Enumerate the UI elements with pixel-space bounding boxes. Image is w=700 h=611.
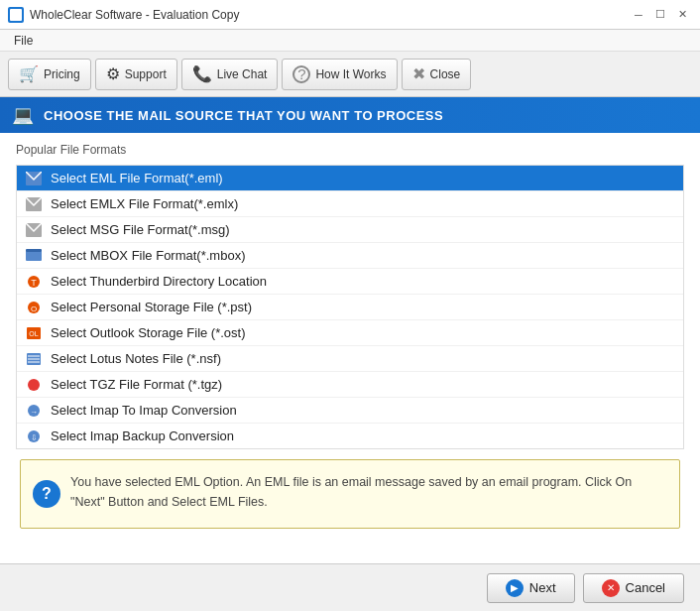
lotus-icon	[25, 352, 43, 366]
list-item-label: Select Thunderbird Directory Location	[51, 274, 267, 289]
pst-icon: O	[25, 301, 43, 314]
list-item[interactable]: OL Select Outlook Storage File (*.ost)	[17, 320, 683, 346]
menu-bar: File	[0, 30, 700, 52]
how-it-works-label: How It Works	[315, 67, 386, 81]
toolbar: 🛒 Pricing ⚙ Support 📞 Live Chat ? How It…	[0, 52, 700, 97]
live-chat-button[interactable]: 📞 Live Chat	[181, 59, 279, 90]
window-title: WholeClear Software - Evaluation Copy	[30, 8, 239, 22]
tgz-icon	[25, 378, 43, 392]
footer: ▶ Next ✕ Cancel	[0, 563, 700, 611]
cancel-button[interactable]: ✕ Cancel	[583, 573, 684, 603]
list-item[interactable]: → Select Imap To Imap Conversion	[17, 398, 683, 424]
info-text: You have selected EML Option. An EML fil…	[70, 475, 632, 509]
pricing-label: Pricing	[44, 67, 80, 81]
list-item[interactable]: Select MBOX File Format(*.mbox)	[17, 243, 683, 269]
msg-icon	[25, 223, 43, 237]
banner-text: CHOOSE THE MAIL SOURCE THAT YOU WANT TO …	[44, 108, 443, 123]
header-banner: 💻 CHOOSE THE MAIL SOURCE THAT YOU WANT T…	[0, 97, 700, 133]
list-item-label: Select EMLX File Format(*.emlx)	[51, 196, 238, 211]
next-button[interactable]: ▶ Next	[487, 573, 575, 603]
minimize-button[interactable]: ─	[629, 5, 648, 25]
list-item-label: Select Outlook Storage File (*.ost)	[51, 325, 246, 340]
imap-conv-icon: →	[25, 404, 43, 418]
list-item[interactable]: T Select Thunderbird Directory Location	[17, 269, 683, 295]
svg-text:OL: OL	[29, 330, 38, 337]
support-icon: ⚙	[106, 64, 120, 83]
pricing-button[interactable]: 🛒 Pricing	[8, 59, 91, 90]
eml-icon	[25, 172, 43, 185]
list-item[interactable]: Select TGZ File Format (*.tgz)	[17, 372, 683, 398]
maximize-button[interactable]: ☐	[650, 5, 670, 25]
cancel-icon: ✕	[602, 579, 620, 597]
svg-rect-4	[26, 251, 42, 261]
mbox-icon	[25, 249, 43, 263]
cancel-label: Cancel	[626, 580, 665, 595]
menu-file[interactable]: File	[6, 32, 41, 50]
list-item-label: Select MSG File Format(*.msg)	[51, 222, 230, 237]
imap-backup-icon: ⇩	[25, 429, 43, 443]
support-button[interactable]: ⚙ Support	[95, 59, 177, 90]
list-item[interactable]: O Select Personal Storage File (*.pst)	[17, 295, 683, 320]
live-chat-label: Live Chat	[217, 67, 268, 81]
thunderbird-icon: T	[25, 275, 43, 289]
section-title: Popular File Formats	[16, 143, 684, 157]
list-item-label: Select Imap To Imap Conversion	[51, 403, 237, 418]
info-icon: ?	[33, 480, 60, 508]
list-item[interactable]: Select EML File Format(*.eml)	[17, 166, 683, 191]
svg-rect-5	[26, 249, 42, 252]
main-content: Popular File Formats Select EML File For…	[0, 133, 700, 563]
close-app-button[interactable]: ✖ Close	[402, 59, 472, 90]
cart-icon: 🛒	[19, 64, 39, 83]
svg-text:O: O	[31, 305, 37, 313]
emlx-icon	[25, 197, 43, 211]
close-icon: ✖	[412, 64, 425, 83]
list-item-label: Select Personal Storage File (*.pst)	[51, 300, 252, 314]
info-box: ? You have selected EML Option. An EML f…	[20, 459, 680, 529]
list-item[interactable]: Select Lotus Notes File (*.nsf)	[17, 346, 683, 372]
banner-icon: 💻	[12, 104, 34, 126]
close-label: Close	[430, 67, 461, 81]
next-icon: ▶	[506, 579, 524, 597]
title-bar: WholeClear Software - Evaluation Copy ─ …	[0, 0, 700, 30]
list-item-label: Select Imap Backup Conversion	[51, 428, 234, 443]
app-icon	[8, 7, 24, 23]
close-window-button[interactable]: ✕	[672, 5, 692, 25]
svg-text:⇩: ⇩	[31, 433, 38, 442]
support-label: Support	[125, 67, 167, 81]
svg-point-16	[28, 379, 40, 391]
list-item-label: Select MBOX File Format(*.mbox)	[51, 248, 246, 263]
list-item[interactable]: Select EMLX File Format(*.emlx)	[17, 191, 683, 217]
list-item-label: Select TGZ File Format (*.tgz)	[51, 377, 222, 392]
list-item-label: Select Lotus Notes File (*.nsf)	[51, 351, 221, 366]
svg-text:T: T	[31, 278, 37, 288]
question-icon: ?	[292, 65, 310, 83]
ost-icon: OL	[25, 326, 43, 340]
svg-text:→: →	[30, 408, 38, 417]
list-item[interactable]: Select MSG File Format(*.msg)	[17, 217, 683, 243]
window-controls: ─ ☐ ✕	[629, 5, 692, 25]
file-format-list: Select EML File Format(*.eml) Select EML…	[16, 165, 684, 449]
svg-rect-0	[10, 9, 22, 21]
list-item[interactable]: ⇩ Select Imap Backup Conversion	[17, 424, 683, 448]
phone-icon: 📞	[192, 64, 212, 83]
list-item-label: Select EML File Format(*.eml)	[51, 171, 223, 185]
how-it-works-button[interactable]: ? How It Works	[282, 59, 397, 90]
next-label: Next	[529, 580, 556, 595]
